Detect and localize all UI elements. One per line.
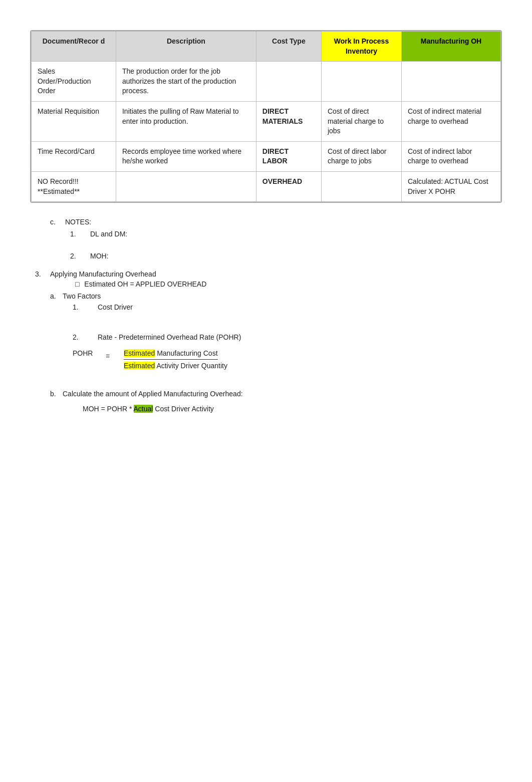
notes-item-1-label: DL and DM: xyxy=(90,230,127,238)
row4-wip xyxy=(321,171,401,201)
row4-doc: NO Record!!! **Estimated** xyxy=(32,171,116,201)
sub-a-label: a. xyxy=(50,292,63,370)
notes-letter: c. xyxy=(50,218,65,226)
sub-a-item2-num: 2. xyxy=(73,333,98,341)
pohr-fraction: Estimated Manufacturing Cost Estimated A… xyxy=(124,349,227,370)
row1-desc: The production order for the job authori… xyxy=(116,62,256,102)
row3-doc: Time Record/Card xyxy=(32,141,116,171)
section-3: 3. Applying Manufacturing Overhead □ Est… xyxy=(30,270,502,413)
row1-doc: Sales Order/Production Order xyxy=(32,62,116,102)
pohr-top-highlight: Estimated xyxy=(124,349,155,357)
pohr-bottom-rest: Activity Driver Quantity xyxy=(156,362,227,370)
pohr-top: Estimated Manufacturing Cost xyxy=(124,349,218,360)
row2-moh: Cost of indirect material charge to over… xyxy=(402,101,501,141)
sub-b: b. Calculate the amount of Applied Manuf… xyxy=(35,390,502,413)
col-header-wip: Work In Process Inventory xyxy=(321,32,401,62)
col-header-desc: Description xyxy=(116,32,256,62)
col-header-cost-type: Cost Type xyxy=(256,32,321,62)
table-row: NO Record!!! **Estimated** OVERHEAD Calc… xyxy=(32,171,501,201)
section-3-num: 3. xyxy=(35,270,50,288)
notes-item-2-num: 2. xyxy=(70,252,90,260)
row3-wip: Cost of direct labor charge to jobs xyxy=(321,141,401,171)
notes-item-1-num: 1. xyxy=(70,230,90,238)
col-header-moh: Manufacturing OH xyxy=(402,32,501,62)
sub-a-item1-label: Cost Driver xyxy=(98,303,133,311)
sub-b-title: Calculate the amount of Applied Manufact… xyxy=(63,390,243,398)
pohr-label: POHR xyxy=(73,349,103,357)
moh-formula-prefix: MOH = POHR * xyxy=(83,405,134,413)
row4-cost: OVERHEAD xyxy=(256,171,321,201)
notes-section: c. NOTES: 1. DL and DM: 2. MOH: xyxy=(30,218,502,260)
row1-cost xyxy=(256,62,321,102)
row1-moh xyxy=(402,62,501,102)
table-row: Time Record/Card Records employee time w… xyxy=(32,141,501,171)
notes-item-2: 2. MOH: xyxy=(70,252,502,260)
row2-cost: DIRECT MATERIALS xyxy=(256,101,321,141)
sub-b-label: b. xyxy=(50,390,63,413)
row1-wip xyxy=(321,62,401,102)
col-header-doc: Document/Recor d xyxy=(32,32,116,62)
row2-desc: Initiates the pulling of Raw Material to… xyxy=(116,101,256,141)
main-table: Document/Recor d Description Cost Type W… xyxy=(31,31,501,202)
row2-doc: Material Requisition xyxy=(32,101,116,141)
pohr-bottom-highlight: Estimated xyxy=(124,362,155,370)
sub-a-title: Two Factors xyxy=(63,292,241,300)
row4-desc xyxy=(116,171,256,201)
notes-title: NOTES: xyxy=(65,218,91,226)
sub-a-item2-label: Rate - Predetermined Overhead Rate (POHR… xyxy=(98,333,241,341)
row3-cost: DIRECT LABOR xyxy=(256,141,321,171)
main-table-wrapper: Document/Recor d Description Cost Type W… xyxy=(30,30,502,203)
moh-formula-suffix: Cost Driver Activity xyxy=(153,405,213,413)
sub-a: a. Two Factors 1. Cost Driver 2. Rate - … xyxy=(35,292,502,370)
section-3-title: Applying Manufacturing Overhead xyxy=(50,270,206,278)
notes-item-2-label: MOH: xyxy=(90,252,109,260)
row4-moh: Calculated: ACTUAL Cost Driver X POHR xyxy=(402,171,501,201)
table-row: Material Requisition Initiates the pulli… xyxy=(32,101,501,141)
row2-wip: Cost of direct material charge to jobs xyxy=(321,101,401,141)
bullet-square: □ xyxy=(75,280,79,288)
moh-formula: MOH = POHR * Actual Cost Driver Activity xyxy=(63,405,243,413)
section-3-bullet: Estimated OH = APPLIED OVERHEAD xyxy=(84,280,206,288)
pohr-top-rest: Manufacturing Cost xyxy=(157,349,217,357)
pohr-bottom: Estimated Activity Driver Quantity xyxy=(124,362,227,370)
pohr-equals: = xyxy=(106,352,121,360)
row3-moh: Cost of indirect labor charge to overhea… xyxy=(402,141,501,171)
table-row: Sales Order/Production Order The product… xyxy=(32,62,501,102)
row3-desc: Records employee time worked where he/sh… xyxy=(116,141,256,171)
notes-item-1: 1. DL and DM: xyxy=(70,230,502,238)
sub-a-item1-num: 1. xyxy=(73,303,98,311)
moh-formula-highlight: Actual xyxy=(134,405,153,413)
